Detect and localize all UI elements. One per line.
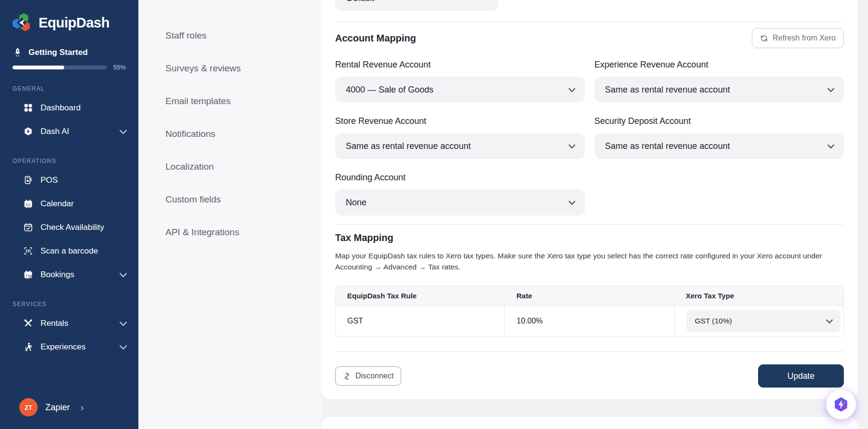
chevron-right-icon: › — [81, 402, 84, 413]
chevron-down-icon — [120, 269, 127, 277]
settings-item-surveys-reviews[interactable]: Surveys & reviews — [138, 52, 322, 85]
sidebar-item-scan-barcode[interactable]: Scan a barcode — [0, 239, 138, 263]
getting-started[interactable]: Getting Started 55% — [0, 37, 138, 71]
chevron-down-icon — [568, 85, 575, 92]
store-revenue-select[interactable]: Same as rental revenue account — [335, 133, 585, 159]
sidebar-item-check-availability[interactable]: Check Availability — [0, 215, 138, 239]
refresh-button-label: Refresh from Xero — [773, 34, 836, 42]
hexagon-bolt-icon — [23, 126, 33, 136]
select-value: 4000 — Sale of Goods — [346, 85, 434, 95]
settings-item-custom-fields[interactable]: Custom fields — [138, 183, 322, 216]
settings-item-localization[interactable]: Localization — [138, 150, 322, 183]
sidebar-item-label: Experiences — [41, 342, 113, 352]
default-select-value: Default — [347, 0, 374, 3]
table-header-row: EquipDash Tax Rule Rate Xero Tax Type — [336, 286, 843, 306]
sidebar-footer-zapier[interactable]: ZT Zapier › — [0, 392, 138, 422]
select-value: Same as rental revenue account — [605, 85, 730, 95]
sidebar-item-calendar[interactable]: Calendar — [0, 192, 138, 215]
sidebar-item-dashboard[interactable]: Dashboard — [0, 96, 138, 120]
field-security-deposit: Security Deposit Account Same as rental … — [595, 116, 844, 159]
field-experience-revenue: Experience Revenue Account Same as renta… — [595, 60, 844, 103]
settings-menu: Staff roles Surveys & reviews Email temp… — [138, 0, 322, 429]
sidebar-item-label: Check Availability — [41, 223, 126, 232]
field-store-revenue: Store Revenue Account Same as rental rev… — [335, 116, 585, 159]
rounding-account-select[interactable]: None — [335, 189, 585, 215]
field-label: Rounding Account — [335, 173, 585, 183]
column-header: EquipDash Tax Rule — [336, 292, 505, 300]
chevron-down-icon — [827, 142, 834, 148]
calendar-badge-icon — [23, 269, 33, 280]
account-mapping-title: Account Mapping — [335, 33, 416, 44]
equipdash-logo-icon — [11, 12, 33, 34]
progress-percent: 55% — [113, 64, 126, 71]
security-deposit-select[interactable]: Same as rental revenue account — [595, 133, 844, 159]
field-label: Experience Revenue Account — [595, 60, 844, 70]
field-label: Rental Revenue Account — [335, 60, 585, 70]
rocket-icon — [13, 47, 23, 57]
getting-started-label: Getting Started — [28, 48, 88, 57]
column-header: Rate — [505, 292, 674, 300]
settings-item-api-integrations[interactable]: API & Integrations — [138, 216, 322, 249]
sidebar-item-label: Calendar — [41, 199, 126, 209]
sidebar-item-rentals[interactable]: Rentals — [0, 311, 138, 335]
refresh-icon — [760, 34, 768, 42]
calendar-check-icon — [23, 222, 33, 232]
default-select[interactable]: Default — [335, 0, 498, 11]
progress-fill — [13, 66, 64, 69]
refresh-from-xero-button[interactable]: Refresh from Xero — [752, 28, 844, 48]
divider — [335, 351, 844, 352]
unlink-icon — [343, 372, 351, 380]
disconnect-button[interactable]: Disconnect — [335, 366, 401, 386]
chevron-down-icon — [120, 126, 127, 134]
sidebar-item-label: Dash AI — [41, 127, 113, 136]
xero-settings-card: Default Account Mapping Refresh from Xer… — [322, 0, 857, 399]
xero-tax-type-cell: GST (10%) — [674, 306, 843, 336]
crossed-paddles-icon — [23, 318, 33, 328]
rental-revenue-select[interactable]: 4000 — Sale of Goods — [335, 77, 585, 103]
pos-terminal-icon — [23, 175, 33, 185]
experience-revenue-select[interactable]: Same as rental revenue account — [595, 77, 844, 103]
xero-tax-type-select[interactable]: GST (10%) — [686, 310, 841, 332]
sidebar-item-bookings[interactable]: Bookings — [0, 263, 138, 286]
select-value: GST (10%) — [695, 317, 732, 325]
next-section-card — [322, 417, 857, 429]
calendar-icon — [23, 199, 33, 209]
select-value: None — [346, 198, 366, 208]
settings-item-staff-roles[interactable]: Staff roles — [138, 19, 322, 52]
column-header: Xero Tax Type — [674, 292, 843, 300]
select-value: Same as rental revenue account — [605, 141, 730, 151]
disconnect-label: Disconnect — [355, 372, 393, 380]
sidebar-item-label: POS — [41, 175, 126, 185]
primary-sidebar: EquipDash Getting Started 55% GENERAL Da… — [0, 0, 138, 429]
settings-item-email-templates[interactable]: Email templates — [138, 85, 322, 118]
tax-mapping-table: EquipDash Tax Rule Rate Xero Tax Type GS… — [335, 286, 844, 337]
sidebar-item-experiences[interactable]: Experiences — [0, 335, 138, 359]
grid-icon — [23, 103, 33, 113]
chevron-down-icon — [568, 142, 575, 148]
ai-assistant-button[interactable] — [826, 389, 856, 419]
sidebar-item-label: Scan a barcode — [41, 246, 126, 256]
table-row: GST 10.00% GST (10%) — [336, 306, 843, 336]
chevron-down-icon — [120, 318, 127, 326]
settings-item-notifications[interactable]: Notifications — [138, 118, 322, 150]
ai-hexagon-bolt-icon — [832, 396, 850, 413]
tax-mapping-description: Map your EquipDash tax rules to Xero tax… — [335, 250, 844, 272]
tax-rule-cell: GST — [336, 306, 504, 336]
zapier-label: Zapier — [45, 402, 70, 413]
brand-logo[interactable]: EquipDash — [0, 0, 138, 37]
sidebar-item-dash-ai[interactable]: Dash AI — [0, 120, 138, 143]
field-label: Security Deposit Account — [595, 116, 844, 126]
sidebar-item-label: Rentals — [41, 319, 113, 328]
chevron-down-icon — [120, 342, 127, 349]
divider — [335, 224, 844, 225]
field-rental-revenue: Rental Revenue Account 4000 — Sale of Go… — [335, 60, 585, 103]
tax-mapping-title: Tax Mapping — [335, 232, 844, 243]
chevron-down-icon — [827, 85, 834, 92]
update-button[interactable]: Update — [758, 364, 844, 388]
brand-name: EquipDash — [39, 15, 109, 31]
sidebar-item-pos[interactable]: POS — [0, 168, 138, 192]
field-rounding-account: Rounding Account None — [335, 173, 585, 215]
sidebar-item-label: Bookings — [41, 270, 113, 280]
section-label-general: GENERAL — [0, 85, 138, 92]
divider — [335, 22, 844, 22]
